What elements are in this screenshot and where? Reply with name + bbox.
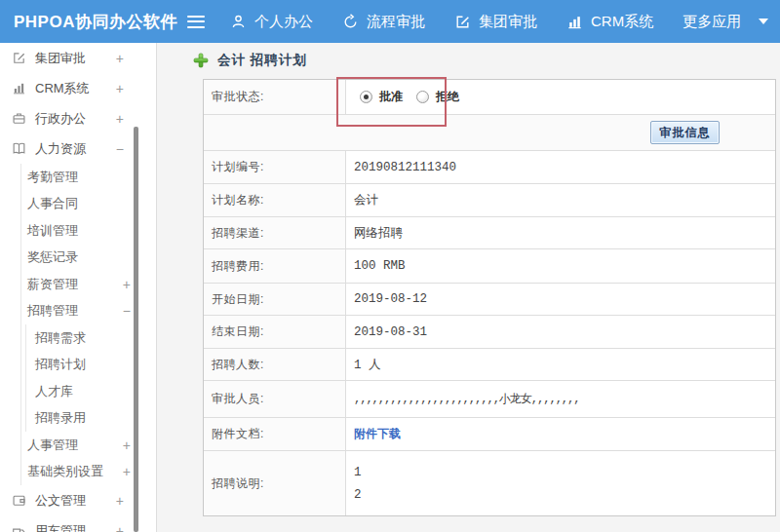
nav-label: 个人办公 (254, 13, 313, 31)
main-content: 会计 招聘计划 审批状态: 批准 拒绝 (158, 43, 780, 532)
field-label: 招聘说明: (204, 451, 346, 515)
table-row: 计划编号:20190812111340 (204, 151, 775, 184)
nav-label: 流程审批 (367, 13, 425, 31)
table-row: 招聘说明:12 (204, 451, 775, 515)
radio-approve[interactable] (360, 91, 372, 103)
menu-toggle-icon[interactable] (187, 16, 205, 28)
briefcase-icon (12, 111, 26, 126)
edit-square-icon (454, 14, 471, 30)
sidebar-scrollbar[interactable] (134, 127, 138, 532)
document-icon (12, 493, 26, 508)
field-value: ,,,,,,,,,,,,,,,,,,,,,,,,小龙女,,,,,,,, (346, 381, 775, 417)
field-label: 附件文档: (204, 418, 346, 450)
expander[interactable]: + (116, 51, 124, 66)
field-label: 审批人员: (204, 381, 346, 417)
field-value: 1 人 (346, 349, 775, 380)
expander[interactable]: + (116, 81, 124, 96)
field-label: 招聘渠道: (204, 217, 346, 248)
field-label: 计划名称: (204, 184, 346, 216)
reject-option[interactable]: 拒绝 (416, 89, 459, 105)
approve-info-button[interactable]: 审批信息 (650, 121, 720, 144)
field-value: 20190812111340 (346, 151, 775, 183)
field-label: 计划编号: (204, 151, 346, 183)
table-row: 招聘渠道:网络招聘 (204, 217, 775, 249)
sidebar-item-hr[interactable]: 人力资源− (0, 133, 156, 164)
attachment-download-link[interactable]: 附件下载 (354, 426, 401, 442)
person-icon (230, 14, 247, 30)
field-value: 2019-08-12 (346, 284, 775, 315)
table-row: 开始日期:2019-08-12 (204, 284, 775, 316)
nav-label: CRM系统 (591, 13, 653, 31)
field-label: 结束日期: (204, 316, 346, 348)
expander[interactable]: − (123, 303, 131, 319)
field-label: 审批状态: (204, 80, 346, 114)
button-row: 审批信息 (204, 115, 775, 151)
table-row: 招聘人数:1 人 (204, 349, 775, 381)
page-header: 会计 招聘计划 (193, 52, 307, 69)
chevron-down-icon (759, 19, 768, 24)
sidebar-item-crm[interactable]: CRM系统+ (0, 73, 156, 103)
sidebar: 集团审批+ CRM系统+ 行政办公+ 人力资源− 考勤管理 人事合同 培训管理 … (0, 43, 157, 532)
expander[interactable]: + (116, 111, 124, 127)
page-title: 会计 招聘计划 (217, 52, 307, 69)
nav-personal-office[interactable]: 个人办公 (230, 13, 313, 31)
topbar: PHPOA协同办公软件 个人办公 流程审批 集团审批 CRM系统 更多应用 (0, 0, 780, 43)
nav-label: 集团审批 (479, 13, 537, 31)
table-row: 结束日期:2019-08-31 (204, 316, 775, 349)
nav-more-apps[interactable]: 更多应用 (682, 13, 768, 31)
field-label: 招聘人数: (204, 349, 346, 380)
app-title: PHPOA协同办公软件 (0, 11, 187, 33)
sidebar-item-admin-office[interactable]: 行政办公+ (0, 103, 156, 133)
car-icon (12, 523, 26, 532)
nav-group-approval[interactable]: 集团审批 (454, 13, 537, 31)
app-window: PHPOA协同办公软件 个人办公 流程审批 集团审批 CRM系统 更多应用 (0, 0, 780, 532)
table-row: 招聘费用:100 RMB (204, 249, 775, 284)
status-row: 审批状态: 批准 拒绝 (204, 80, 775, 115)
field-value: 网络招聘 (346, 217, 775, 248)
nav-process-approval[interactable]: 流程审批 (342, 13, 425, 31)
recruit-plan-detail-table: 审批状态: 批准 拒绝 审批信息 (203, 79, 776, 516)
bar-chart-icon (12, 81, 26, 95)
nav-label: 更多应用 (682, 13, 741, 31)
add-icon[interactable] (193, 53, 209, 68)
field-value: 2019-08-31 (346, 316, 775, 348)
field-label: 招聘费用: (204, 249, 346, 283)
field-label: 开始日期: (204, 284, 346, 315)
book-icon (12, 141, 26, 156)
expander[interactable]: − (116, 141, 124, 157)
status-value-cell: 批准 拒绝 (346, 80, 775, 114)
approval-status-radios: 批准 拒绝 (354, 89, 459, 105)
expander[interactable]: + (123, 437, 131, 453)
table-row: 审批人员:,,,,,,,,,,,,,,,,,,,,,,,,小龙女,,,,,,,, (204, 381, 775, 418)
edit-square-icon (12, 51, 26, 65)
radio-reject[interactable] (416, 91, 429, 103)
nav-crm-system[interactable]: CRM系统 (566, 13, 653, 31)
top-nav: 个人办公 流程审批 集团审批 CRM系统 更多应用 (230, 13, 768, 31)
expander[interactable]: + (123, 277, 131, 292)
table-row: 附件文档:附件下载 (204, 418, 775, 451)
table-row: 计划名称:会计 (204, 184, 775, 217)
expander[interactable]: + (116, 523, 124, 532)
sidebar-item-documents[interactable]: 公文管理+ (0, 485, 156, 515)
expander[interactable]: + (116, 493, 124, 509)
sidebar-item-vehicle[interactable]: 用车管理+ (0, 515, 156, 532)
expander[interactable]: + (123, 464, 131, 479)
field-value: 会计 (346, 184, 775, 216)
field-value: 12 (346, 451, 775, 515)
bar-chart-icon (566, 14, 583, 30)
process-icon (342, 14, 359, 30)
sidebar-item-group-approval[interactable]: 集团审批+ (0, 43, 156, 73)
approve-option[interactable]: 批准 (360, 89, 403, 105)
field-value: 100 RMB (346, 249, 775, 283)
